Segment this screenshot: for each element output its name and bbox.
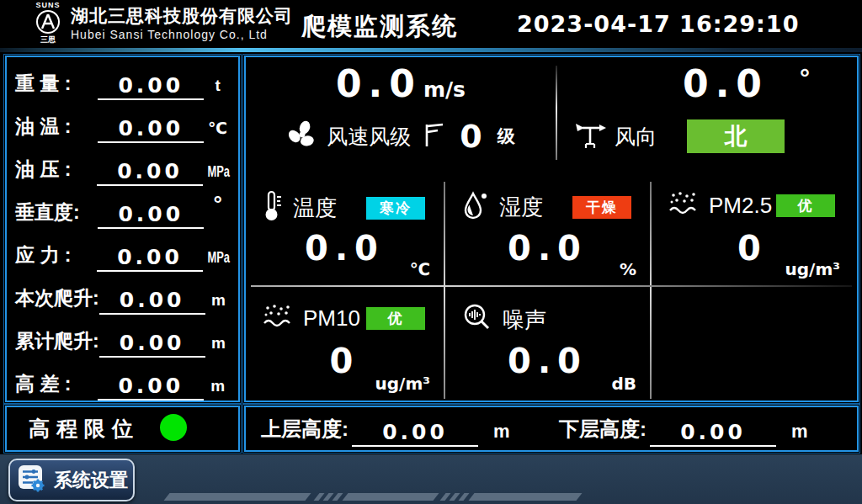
noise-meter-icon — [462, 303, 492, 337]
measurement-row-total-climb: 累计爬升: 0.00 m — [15, 316, 231, 358]
heights-panel: 上层高度: 0.00 m 下层高度: 0.00 m — [244, 406, 859, 452]
sensor-unit: ug/m³ — [785, 259, 840, 279]
elevation-limit-panel: 高程限位 — [5, 406, 240, 452]
environment-panel: 0.0m/s 风速风级 — [244, 56, 859, 402]
row-label: 累计爬升: — [15, 328, 99, 358]
measurement-row-height-diff: 高 差 : 0.00 m — [15, 359, 231, 401]
row-value: 0.00 — [99, 331, 205, 358]
sensor-unit: dB — [611, 374, 636, 394]
sensor-status-badge: 优 — [366, 307, 425, 330]
measurement-row-verticality: 垂直度: 0.00 ° — [15, 188, 231, 229]
sensor-cell-humidity: 湿度 干燥 0.0 % — [445, 177, 650, 284]
sensor-cell-pm10: PM10 优 0 ug/m³ — [246, 289, 444, 399]
sensor-name: 湿度 — [499, 193, 543, 222]
row-label: 垂直度: — [15, 199, 98, 229]
fan-icon — [286, 119, 318, 154]
upper-height-unit: m — [493, 421, 510, 447]
datetime-display: 2023-04-17 16:29:10 — [517, 11, 799, 37]
lower-height-value: 0.00 — [650, 420, 776, 447]
measurement-row-current-climb: 本次爬升: 0.00 m — [15, 273, 231, 315]
elevation-limit-status-light — [160, 414, 187, 441]
logo-text-top: SUNS — [27, 1, 69, 9]
lower-height-unit: m — [791, 421, 808, 447]
wind-direction-section: 0.0 ° 风向 北 — [557, 57, 854, 172]
row-label: 本次爬升: — [15, 285, 99, 315]
sensor-name: 温度 — [293, 194, 337, 223]
sensor-status-badge: 寒冷 — [366, 197, 425, 220]
header: SUNS 三思 湖北三思科技股份有限公司 Hubei Sansi Technol… — [0, 0, 862, 48]
row-label: 应 力 : — [15, 242, 97, 272]
sensor-unit: ℃ — [410, 259, 430, 279]
row-value: 0.00 — [98, 202, 204, 229]
sensor-cell-pm25: PM2.5 优 0 ug/m³ — [652, 177, 854, 284]
row-unit: ℃ — [204, 119, 231, 143]
sansi-logo-icon — [35, 9, 61, 38]
row-label: 高 差 : — [15, 371, 98, 401]
company-name-cn: 湖北三思科技股份有限公司 — [71, 4, 293, 28]
sensor-name: PM2.5 — [709, 193, 772, 219]
page-title: 爬模监测系统 — [301, 10, 458, 44]
footer-bar: 系统设置 — [0, 454, 862, 504]
dust-icon — [668, 190, 699, 220]
row-unit: t — [204, 77, 231, 100]
elevation-limit-label: 高程限位 — [29, 415, 140, 443]
settings-button-label: 系统设置 — [54, 468, 128, 493]
wind-direction-indicator: 北 — [687, 119, 785, 153]
footer-stripe-decoration — [468, 493, 582, 501]
climbing-formwork-monitor-screen: SUNS 三思 湖北三思科技股份有限公司 Hubei Sansi Technol… — [0, 0, 862, 504]
upper-height-group: 上层高度: 0.00 m — [261, 407, 510, 447]
sensor-unit: ug/m³ — [375, 374, 430, 394]
row-value: 0.00 — [99, 288, 205, 315]
wind-scale-icon — [423, 121, 444, 151]
sensor-unit: % — [620, 259, 636, 279]
wind-direction-value: 0.0 — [683, 62, 769, 105]
measurement-row-stress: 应 力 : 0.00 MPa — [15, 231, 231, 272]
footer-stripe-decoration — [163, 493, 311, 501]
footer-stripe-decoration — [332, 493, 343, 501]
row-value: 0.00 — [97, 159, 203, 186]
wind-direction-unit: ° — [800, 64, 810, 93]
measurement-row-oil-pressure: 油 压 : 0.00 MPa — [15, 145, 231, 186]
grid-divider-horizontal — [251, 285, 852, 287]
sensor-status-badge: 干燥 — [572, 196, 631, 219]
wind-scale-unit: 级 — [498, 125, 515, 148]
row-value: 0.00 — [98, 73, 204, 100]
company-logo: SUNS 三思 — [27, 1, 69, 44]
company-name-en: Hubei Sansi Technology Co., Ltd — [71, 28, 268, 41]
wind-vane-icon — [574, 120, 608, 152]
row-value: 0.00 — [97, 245, 203, 272]
wind-speed-section: 0.0m/s 风速风级 — [246, 57, 556, 172]
wind-direction-label: 风向 — [615, 123, 657, 151]
row-value: 0.00 — [98, 374, 204, 401]
row-unit: m — [205, 334, 231, 358]
settings-sliders-gear-icon — [17, 464, 47, 497]
upper-height-label: 上层高度: — [261, 416, 349, 447]
row-unit: ° — [204, 191, 231, 229]
wind-speed-label: 风速风级 — [327, 123, 411, 151]
sensor-status-badge: 优 — [776, 194, 835, 217]
footer-stripe-decoration — [342, 493, 439, 501]
measurement-row-oil-temp: 油 温 : 0.00 ℃ — [15, 102, 231, 143]
wind-speed-unit: m/s — [423, 77, 466, 102]
header-divider-bar — [0, 48, 862, 52]
measurement-row-weight: 重 量 : 0.00 t — [15, 59, 231, 100]
row-unit: m — [205, 291, 231, 315]
sensor-name: 噪声 — [503, 305, 546, 335]
measurements-panel: 重 量 : 0.00 t 油 温 : 0.00 ℃ 油 压 : 0.00 MPa… — [5, 56, 240, 402]
sensor-cell-temperature: 温度 寒冷 0.0 ℃ — [246, 177, 444, 284]
dust-icon — [263, 303, 293, 333]
wind-scale-value: 0 — [460, 118, 482, 155]
lower-height-label: 下层高度: — [559, 416, 646, 447]
droplet-icon — [462, 190, 489, 224]
sensor-name: PM10 — [303, 305, 360, 332]
row-unit: MPa — [207, 162, 226, 186]
thermometer-icon — [263, 190, 283, 225]
wind-speed-value: 0.0 — [336, 62, 422, 105]
row-label: 重 量 : — [15, 71, 98, 100]
lower-height-group: 下层高度: 0.00 m — [559, 407, 808, 447]
row-unit: m — [204, 377, 231, 401]
row-value: 0.00 — [98, 116, 204, 143]
row-label: 油 压 : — [15, 157, 97, 186]
logo-text-bottom: 三思 — [27, 36, 69, 44]
system-settings-button[interactable]: 系统设置 — [8, 459, 135, 501]
